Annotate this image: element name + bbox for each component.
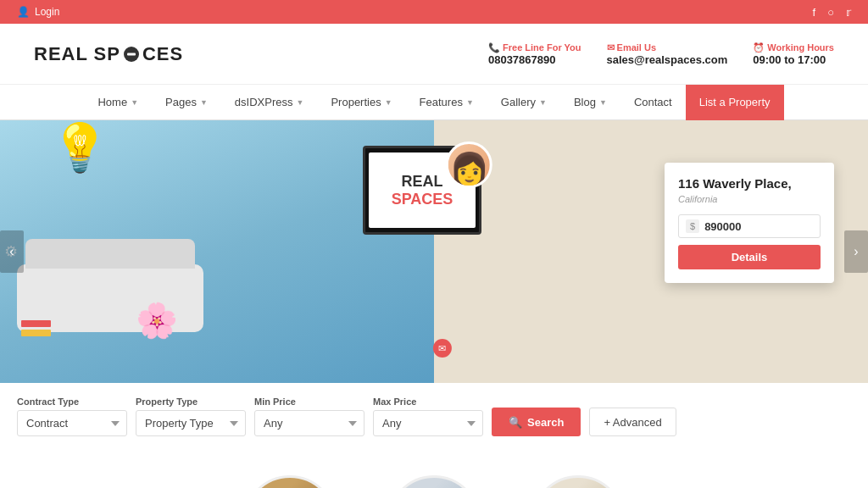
circle-item-1	[243, 475, 337, 488]
tv-text-real: REAL	[401, 173, 442, 191]
chevron-down-icon: ▼	[599, 85, 607, 120]
chevron-down-icon: ▼	[200, 85, 208, 120]
avatar	[446, 141, 492, 188]
chevron-down-icon: ▼	[385, 85, 392, 120]
chevron-down-icon: ▼	[466, 85, 474, 120]
nav-blog[interactable]: Blog ▼	[560, 85, 620, 120]
flower-decoration: 🌸	[136, 301, 178, 341]
nav-home[interactable]: Home ▼	[84, 85, 152, 120]
hours-value: 09:00 to 17:00	[753, 53, 826, 66]
logo-key-icon	[124, 47, 139, 62]
currency-sign: $	[686, 219, 699, 233]
nav-pages[interactable]: Pages ▼	[152, 85, 221, 120]
user-icon: 👤	[17, 6, 30, 18]
login-link[interactable]: Login	[35, 6, 59, 18]
property-type-select[interactable]: Property Type House Apartment Commercial	[136, 410, 246, 436]
header-contact-info: 📞 Free Line For You 08037867890 ✉ Email …	[488, 42, 834, 66]
phone-value: 08037867890	[488, 53, 556, 66]
nav-gallery[interactable]: Gallery ▼	[487, 85, 560, 120]
contract-type-select[interactable]: Contract Buy Rent	[17, 410, 127, 436]
featured-section	[0, 450, 868, 488]
hours-info: ⏰ Working Hours 09:00 to 17:00	[753, 42, 834, 66]
top-bar-left: 👤 Login	[17, 6, 59, 18]
min-price-select[interactable]: Any 50000 100000 200000 500000	[254, 410, 364, 436]
property-type-field: Property Type Property Type House Apartm…	[136, 396, 246, 436]
chevron-down-icon: ▼	[539, 85, 547, 120]
property-card: 116 Waverly Place, California $ 890000 D…	[665, 163, 834, 283]
nav-properties[interactable]: Properties ▼	[317, 85, 405, 120]
search-button[interactable]: 🔍 Search	[492, 408, 581, 436]
phone-label: 📞 Free Line For You	[488, 42, 581, 53]
email-info: ✉ Email Us sales@realspaces.com	[607, 42, 728, 66]
nav-list-property[interactable]: List a Property	[686, 85, 784, 120]
max-price-field: Max Price Any 100000 250000 500000 10000…	[373, 396, 483, 436]
chevron-down-icon: ▼	[297, 85, 304, 120]
slider-prev-button[interactable]: ‹	[0, 230, 24, 273]
site-header: REAL SP CES 📞 Free Line For You 08037867…	[0, 24, 868, 85]
email-notification-icon: ✉	[433, 339, 452, 358]
circle-item-2	[387, 475, 481, 488]
property-location: California	[678, 194, 821, 204]
contract-type-label: Contract Type	[17, 396, 127, 407]
circle-item-3	[531, 475, 625, 488]
max-price-label: Max Price	[373, 396, 483, 407]
circle-image-3	[531, 475, 625, 488]
details-button[interactable]: Details	[678, 245, 821, 269]
nav-features[interactable]: Features ▼	[406, 85, 487, 120]
books-decoration	[21, 320, 51, 336]
hero-section: 💡 🌸 🏺 🏺	[0, 120, 868, 383]
min-price-field: Min Price Any 50000 100000 200000 500000	[254, 396, 364, 436]
twitter-icon[interactable]: 𝕣	[846, 6, 851, 19]
contract-type-field: Contract Type Contract Buy Rent	[17, 396, 127, 436]
max-price-select[interactable]: Any 100000 250000 500000 1000000	[373, 410, 483, 436]
top-bar-social: f ○ 𝕣	[813, 6, 851, 19]
price-value: 890000	[704, 220, 741, 233]
slider-next-button[interactable]: ›	[844, 230, 868, 273]
nav-dsidxpress[interactable]: dsIDXPress ▼	[221, 85, 318, 120]
chevron-down-icon: ▼	[131, 85, 138, 120]
lamp-decoration: 💡	[51, 120, 109, 175]
search-bar: Contract Type Contract Buy Rent Property…	[0, 383, 868, 450]
facebook-icon[interactable]: f	[813, 6, 816, 19]
phone-info: 📞 Free Line For You 08037867890	[488, 42, 581, 66]
advanced-button[interactable]: + Advanced	[589, 408, 676, 436]
property-address: 116 Waverly Place,	[678, 176, 821, 191]
instagram-icon[interactable]: ○	[827, 6, 834, 19]
circle-image-2	[387, 475, 481, 488]
email-label: ✉ Email Us	[607, 42, 657, 53]
phone-icon: 📞	[488, 42, 500, 53]
top-bar: 👤 Login f ○ 𝕣	[0, 0, 868, 24]
nav-contact[interactable]: Contact	[620, 85, 686, 120]
tv-text-spaces: SPACES	[392, 191, 453, 208]
property-type-label: Property Type	[136, 396, 246, 407]
clock-icon: ⏰	[753, 42, 765, 53]
logo-text-part2: CES	[142, 43, 183, 65]
main-navigation: Home ▼ Pages ▼ dsIDXPress ▼ Properties ▼…	[0, 85, 868, 120]
property-price: $ 890000	[678, 214, 821, 238]
email-icon: ✉	[607, 42, 615, 53]
clock-label: ⏰ Working Hours	[753, 42, 834, 53]
email-value: sales@realspaces.com	[607, 53, 728, 66]
min-price-label: Min Price	[254, 396, 364, 407]
site-logo: REAL SP CES	[34, 43, 183, 65]
search-icon: 🔍	[509, 416, 522, 429]
circle-image-1	[243, 475, 337, 488]
logo-text-part1: REAL SP	[34, 43, 120, 65]
